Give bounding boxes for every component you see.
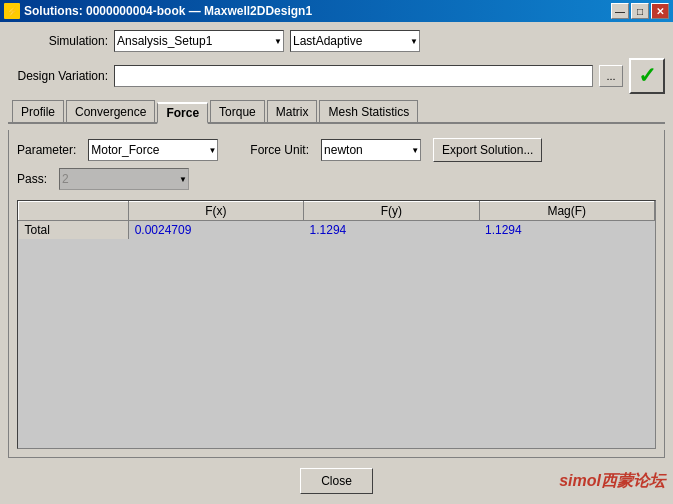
force-unit-select[interactable]: newton N lbf — [321, 139, 421, 161]
pass-select[interactable]: 2 — [59, 168, 189, 190]
minimize-button[interactable]: — — [611, 3, 629, 19]
close-button[interactable]: Close — [300, 468, 373, 494]
tab-profile[interactable]: Profile — [12, 100, 64, 122]
col-header-magf: Mag(F) — [479, 202, 654, 221]
design-variation-row: Design Variation: ... ✓ — [8, 58, 665, 94]
cell-magf: 1.1294 — [479, 221, 654, 240]
pass-select-wrapper: 2 — [59, 168, 189, 190]
pass-row: Pass: 2 — [17, 168, 656, 190]
col-header-fx: F(x) — [128, 202, 303, 221]
cell-fx: 0.0024709 — [128, 221, 303, 240]
window-body: Simulation: Ansalysis_Setup1 LastAdaptiv… — [0, 22, 673, 504]
app-icon: ⚡ — [4, 3, 20, 19]
maximize-button[interactable]: □ — [631, 3, 649, 19]
col-header-fy: F(y) — [304, 202, 479, 221]
content-panel: Parameter: Motor_Force Force Unit: newto… — [8, 130, 665, 458]
simulation-label: Simulation: — [8, 34, 108, 48]
force-unit-select-wrapper: newton N lbf — [321, 139, 421, 161]
footer: Close simol西蒙论坛 — [8, 464, 665, 496]
watermark: simol西蒙论坛 — [559, 472, 665, 489]
adaptive-select-wrapper: LastAdaptive — [290, 30, 420, 52]
checkmark-icon: ✓ — [638, 65, 656, 87]
simulation-select[interactable]: Ansalysis_Setup1 — [114, 30, 284, 52]
design-variation-input[interactable] — [114, 65, 593, 87]
tab-force[interactable]: Force — [157, 102, 208, 124]
row-label: Total — [19, 221, 129, 240]
confirm-button[interactable]: ✓ — [629, 58, 665, 94]
data-table-container: F(x) F(y) Mag(F) Total 0.0024709 1.1294 … — [17, 200, 656, 449]
force-unit-label: Force Unit: — [250, 143, 309, 157]
window-title: Solutions: 0000000004-book — Maxwell2DDe… — [24, 4, 611, 18]
tab-mesh-statistics[interactable]: Mesh Statistics — [319, 100, 418, 122]
close-window-button[interactable]: ✕ — [651, 3, 669, 19]
tab-convergence[interactable]: Convergence — [66, 100, 155, 122]
parameter-select[interactable]: Motor_Force — [88, 139, 218, 161]
parameter-label: Parameter: — [17, 143, 76, 157]
simulation-row: Simulation: Ansalysis_Setup1 LastAdaptiv… — [8, 30, 665, 52]
design-variation-label: Design Variation: — [8, 69, 108, 83]
table-row: Total 0.0024709 1.1294 1.1294 — [19, 221, 655, 240]
parameter-select-wrapper: Motor_Force — [88, 139, 218, 161]
adaptive-select[interactable]: LastAdaptive — [290, 30, 420, 52]
data-table: F(x) F(y) Mag(F) Total 0.0024709 1.1294 … — [18, 201, 655, 239]
tab-matrix[interactable]: Matrix — [267, 100, 318, 122]
title-bar: ⚡ Solutions: 0000000004-book — Maxwell2D… — [0, 0, 673, 22]
cell-fy: 1.1294 — [304, 221, 479, 240]
pass-label: Pass: — [17, 172, 47, 186]
design-variation-dots-button[interactable]: ... — [599, 65, 623, 87]
export-solution-button[interactable]: Export Solution... — [433, 138, 542, 162]
window-controls: — □ ✕ — [611, 3, 669, 19]
col-header-empty — [19, 202, 129, 221]
tabs-container: Profile Convergence Force Torque Matrix … — [8, 100, 665, 124]
parameter-row: Parameter: Motor_Force Force Unit: newto… — [17, 138, 656, 162]
tab-torque[interactable]: Torque — [210, 100, 265, 122]
simulation-select-wrapper: Ansalysis_Setup1 — [114, 30, 284, 52]
